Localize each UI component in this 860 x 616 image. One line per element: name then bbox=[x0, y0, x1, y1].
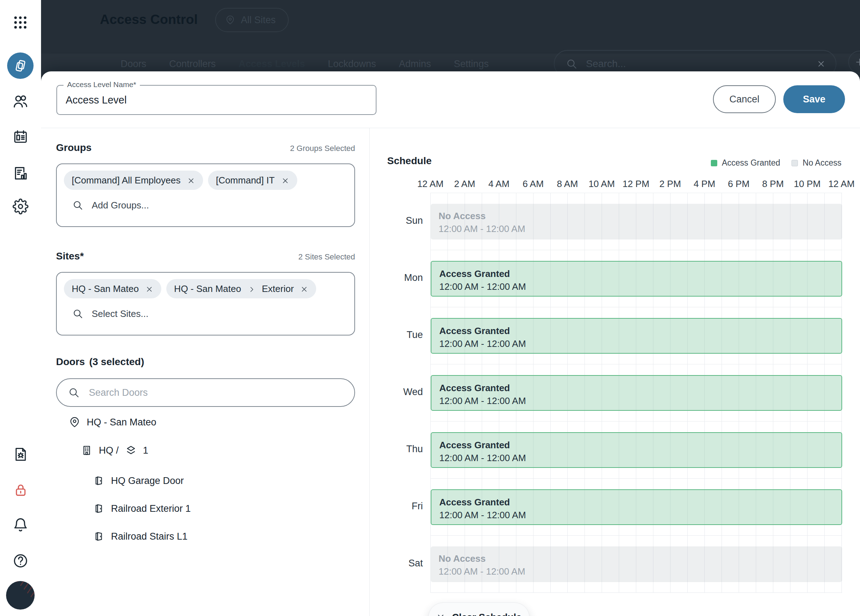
chip-remove-icon[interactable] bbox=[281, 176, 289, 184]
tab-access-levels[interactable]: Access Levels bbox=[239, 58, 305, 69]
tab-settings[interactable]: Settings bbox=[454, 58, 489, 69]
access-level-editor: Access Level Name* Cancel Save Groups 2 … bbox=[41, 71, 860, 616]
time-label: 6 AM bbox=[523, 178, 543, 190]
clear-search-icon[interactable] bbox=[816, 59, 826, 69]
doors-summary: (3 selected) bbox=[89, 356, 144, 368]
schedule-block-time: 12:00 AM - 12:00 AM bbox=[439, 566, 842, 577]
door-item[interactable]: HQ Garage Door bbox=[93, 471, 184, 490]
page-title: Access Control bbox=[100, 12, 198, 27]
tree-site-row[interactable]: HQ - San Mateo bbox=[69, 413, 156, 432]
schedule-day-row-wed[interactable]: Access Granted12:00 AM - 12:00 AM bbox=[431, 364, 842, 421]
schedule-day-row-sun[interactable]: No Access12:00 AM - 12:00 AM bbox=[431, 193, 842, 250]
schedule-block-fri[interactable]: Access Granted12:00 AM - 12:00 AM bbox=[431, 489, 842, 525]
sidebar-item-access-control[interactable] bbox=[7, 52, 33, 79]
cancel-button[interactable]: Cancel bbox=[713, 85, 776, 113]
time-label: 8 AM bbox=[557, 178, 578, 190]
site-chips: HQ - San MateoHQ - San MateoExterior bbox=[64, 279, 347, 299]
search-icon bbox=[72, 200, 83, 211]
site-filter-label: All Sites bbox=[241, 15, 276, 26]
schedule-block-time: 12:00 AM - 12:00 AM bbox=[439, 281, 841, 292]
search-icon bbox=[72, 308, 83, 319]
group-chips: [Command] All Employees[Command] IT bbox=[64, 171, 347, 190]
day-label: Thu bbox=[378, 444, 423, 455]
door-item[interactable]: Railroad Exterior 1 bbox=[93, 499, 191, 518]
time-label: 12 AM bbox=[417, 178, 444, 190]
add-groups-row[interactable] bbox=[64, 195, 347, 215]
schedule-block-status: Access Granted bbox=[439, 269, 841, 279]
time-label: 6 PM bbox=[728, 178, 750, 190]
app-sidebar bbox=[0, 0, 41, 616]
vertical-divider bbox=[369, 128, 370, 616]
legend-swatch-granted bbox=[711, 160, 717, 166]
access-level-name-field[interactable]: Access Level Name* bbox=[56, 85, 377, 115]
schedule-block-tue[interactable]: Access Granted12:00 AM - 12:00 AM bbox=[431, 318, 842, 354]
legend-label: Access Granted bbox=[722, 158, 780, 168]
header-tabs: DoorsControllersAccess LevelsLockdownsAd… bbox=[121, 58, 488, 69]
tab-controllers[interactable]: Controllers bbox=[169, 58, 216, 69]
schedule-day-row-tue[interactable]: Access Granted12:00 AM - 12:00 AM bbox=[431, 307, 842, 364]
day-label: Sun bbox=[378, 215, 423, 226]
schedule-day-row-thu[interactable]: Access Granted12:00 AM - 12:00 AM bbox=[431, 421, 842, 478]
schedule-block-sat[interactable]: No Access12:00 AM - 12:00 AM bbox=[431, 547, 842, 582]
schedule-day-row-fri[interactable]: Access Granted12:00 AM - 12:00 AM bbox=[431, 478, 842, 535]
schedule-day-row-mon[interactable]: Access Granted12:00 AM - 12:00 AM bbox=[431, 250, 842, 307]
door-icon bbox=[93, 475, 105, 486]
tree-building-label: HQ / bbox=[99, 445, 119, 456]
door-search[interactable] bbox=[56, 378, 355, 407]
doors-header: Doors (3 selected) bbox=[56, 356, 355, 368]
settings-gear-icon[interactable] bbox=[13, 198, 28, 214]
schedule-heading: Schedule bbox=[387, 155, 432, 167]
schedule-day-row-sat[interactable]: No Access12:00 AM - 12:00 AM bbox=[431, 535, 842, 592]
add-groups-input[interactable] bbox=[91, 200, 347, 211]
schedule-block-time: 12:00 AM - 12:00 AM bbox=[439, 223, 842, 234]
time-label: 8 PM bbox=[762, 178, 784, 190]
schedule-block-status: No Access bbox=[439, 211, 842, 221]
schedule-block-mon[interactable]: Access Granted12:00 AM - 12:00 AM bbox=[431, 261, 842, 297]
schedule-block-wed[interactable]: Access Granted12:00 AM - 12:00 AM bbox=[431, 375, 842, 411]
site-chip-label: HQ - San Mateo bbox=[72, 283, 139, 294]
people-icon[interactable] bbox=[12, 93, 28, 110]
account-avatar[interactable] bbox=[6, 581, 35, 610]
clear-schedule-button[interactable]: Clear Schedule bbox=[428, 602, 530, 616]
calendar-icon[interactable] bbox=[13, 129, 28, 145]
help-icon[interactable] bbox=[13, 553, 28, 569]
schedule-block-thu[interactable]: Access Granted12:00 AM - 12:00 AM bbox=[431, 432, 842, 468]
location-pin-icon bbox=[225, 15, 235, 25]
header-search-input[interactable] bbox=[585, 58, 816, 70]
tab-admins[interactable]: Admins bbox=[399, 58, 431, 69]
schedule-block-time: 12:00 AM - 12:00 AM bbox=[439, 510, 841, 520]
groups-header: Groups 2 Groups Selected bbox=[56, 142, 355, 154]
schedule-block-sun[interactable]: No Access12:00 AM - 12:00 AM bbox=[431, 204, 842, 239]
doors-heading: Doors bbox=[56, 356, 85, 368]
day-label: Fri bbox=[378, 501, 423, 512]
bug-report-icon[interactable] bbox=[13, 446, 28, 462]
lockdown-icon[interactable] bbox=[13, 482, 28, 498]
schedule-block-status: Access Granted bbox=[439, 325, 841, 336]
door-search-input[interactable] bbox=[88, 387, 346, 399]
save-button[interactable]: Save bbox=[783, 85, 845, 113]
site-filter-button[interactable]: All Sites bbox=[215, 8, 289, 32]
reports-icon[interactable] bbox=[13, 165, 28, 181]
door-item-label: Railroad Exterior 1 bbox=[111, 503, 191, 514]
time-label: 12 PM bbox=[622, 178, 649, 190]
schedule-block-status: Access Granted bbox=[439, 440, 841, 450]
select-sites-input[interactable] bbox=[91, 308, 347, 320]
clear-schedule-label: Clear Schedule bbox=[452, 612, 521, 616]
access-level-name-input[interactable] bbox=[57, 86, 376, 114]
apps-grid-icon[interactable] bbox=[12, 14, 28, 31]
tree-building-row[interactable]: HQ / 1 bbox=[81, 441, 148, 460]
tab-lockdowns[interactable]: Lockdowns bbox=[328, 58, 376, 69]
notifications-bell-icon[interactable] bbox=[13, 517, 28, 533]
time-label: 12 AM bbox=[828, 178, 855, 190]
chip-remove-icon[interactable] bbox=[187, 176, 195, 184]
search-icon bbox=[68, 387, 80, 398]
building-icon bbox=[81, 445, 93, 456]
door-item[interactable]: Railroad Stairs L1 bbox=[93, 527, 188, 546]
chip-remove-icon[interactable] bbox=[300, 285, 308, 293]
select-sites-row[interactable] bbox=[64, 303, 347, 324]
plus-icon bbox=[854, 57, 860, 68]
legend-item-granted: Access Granted bbox=[711, 158, 780, 168]
door-item-label: Railroad Stairs L1 bbox=[111, 531, 188, 542]
tab-doors[interactable]: Doors bbox=[121, 58, 146, 69]
chip-remove-icon[interactable] bbox=[145, 285, 154, 293]
